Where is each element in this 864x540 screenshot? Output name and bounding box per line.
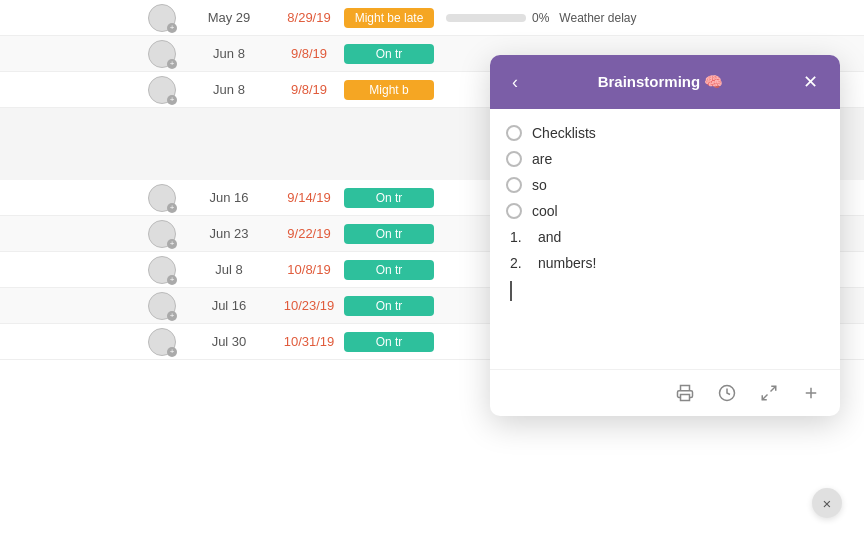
- modal-body: Checklists are so cool 1. and 2. numbers…: [490, 109, 840, 369]
- modal-footer: [490, 369, 840, 416]
- number-label: 1.: [510, 229, 528, 245]
- progress-area: 0% Weather delay: [446, 11, 637, 25]
- progress-bar-wrap: [446, 14, 526, 22]
- col-due: 9/22/19: [274, 226, 344, 241]
- checklist-text: Checklists: [532, 125, 596, 141]
- checklist-item-4: cool: [506, 203, 820, 219]
- col-date: Jul 8: [184, 262, 274, 277]
- numbered-item-1: 1. and: [506, 229, 820, 245]
- avatar: [148, 76, 176, 104]
- avatar: [148, 256, 176, 284]
- checklist-text: are: [532, 151, 552, 167]
- col-due: 10/31/19: [274, 334, 344, 349]
- status-badge: On tr: [344, 224, 434, 244]
- checkbox-icon[interactable]: [506, 151, 522, 167]
- avatar: [148, 292, 176, 320]
- modal-header: ‹ Brainstorming 🧠 ✕: [490, 55, 840, 109]
- col-date: Jun 23: [184, 226, 274, 241]
- avatar: [148, 184, 176, 212]
- bottom-close-button[interactable]: ×: [812, 488, 842, 518]
- checklist-item-3: so: [506, 177, 820, 193]
- history-button[interactable]: [714, 380, 740, 406]
- avatar: [148, 220, 176, 248]
- table-row: May 29 8/29/19 Might be late 0% Weather …: [0, 0, 864, 36]
- checklist-item-2: are: [506, 151, 820, 167]
- checkbox-icon[interactable]: [506, 203, 522, 219]
- svg-rect-0: [681, 395, 690, 401]
- brainstorm-modal: ‹ Brainstorming 🧠 ✕ Checklists are so co…: [490, 55, 840, 416]
- expand-button[interactable]: [756, 380, 782, 406]
- numbered-item-2: 2. numbers!: [506, 255, 820, 271]
- col-date: Jul 30: [184, 334, 274, 349]
- modal-close-button[interactable]: ✕: [797, 69, 824, 95]
- avatar: [148, 328, 176, 356]
- status-badge: On tr: [344, 260, 434, 280]
- numbered-text: numbers!: [538, 255, 596, 271]
- col-due: 8/29/19: [274, 10, 344, 25]
- status-badge: On tr: [344, 296, 434, 316]
- col-due: 10/8/19: [274, 262, 344, 277]
- text-cursor: [510, 281, 512, 301]
- avatar: [148, 4, 176, 32]
- col-due: 10/23/19: [274, 298, 344, 313]
- col-date: Jun 8: [184, 46, 274, 61]
- checklist-item-1: Checklists: [506, 125, 820, 141]
- status-badge: On tr: [344, 188, 434, 208]
- modal-back-button[interactable]: ‹: [506, 70, 524, 95]
- checkbox-icon[interactable]: [506, 177, 522, 193]
- number-label: 2.: [510, 255, 528, 271]
- col-date: Jun 16: [184, 190, 274, 205]
- status-badge: Might b: [344, 80, 434, 100]
- avatar: [148, 40, 176, 68]
- col-date: Jun 8: [184, 82, 274, 97]
- col-due: 9/14/19: [274, 190, 344, 205]
- status-badge: On tr: [344, 44, 434, 64]
- add-button[interactable]: [798, 380, 824, 406]
- col-due: 9/8/19: [274, 46, 344, 61]
- checklist-text: cool: [532, 203, 558, 219]
- numbered-text: and: [538, 229, 561, 245]
- checklist-text: so: [532, 177, 547, 193]
- progress-pct: 0%: [532, 11, 549, 25]
- progress-label: Weather delay: [559, 11, 636, 25]
- print-button[interactable]: [672, 380, 698, 406]
- status-badge: Might be late: [344, 8, 434, 28]
- col-date: May 29: [184, 10, 274, 25]
- col-due: 9/8/19: [274, 82, 344, 97]
- modal-title: Brainstorming 🧠: [524, 73, 797, 91]
- status-badge: On tr: [344, 332, 434, 352]
- col-date: Jul 16: [184, 298, 274, 313]
- checkbox-icon[interactable]: [506, 125, 522, 141]
